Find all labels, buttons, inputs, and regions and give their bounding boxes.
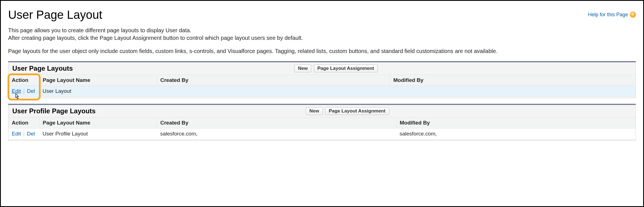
table-row: Edit | Del User Profile Layout salesforc… <box>8 128 636 139</box>
col-page-layout-name: Page Layout Name <box>39 118 157 128</box>
col-action: Action <box>8 118 39 128</box>
cell-created-by: salesforce.com, <box>157 128 396 139</box>
del-link[interactable]: Del <box>27 131 35 137</box>
table-user-profile-page-layouts: Action Page Layout Name Created By Modif… <box>8 117 636 139</box>
page-layout-assignment-button[interactable]: Page Layout Assignment <box>314 65 378 72</box>
edit-link[interactable]: Edit <box>12 88 21 94</box>
table-row: Edit | Del User Layout <box>8 86 636 97</box>
help-link-label: Help for this Page <box>588 12 628 18</box>
help-for-this-page-link[interactable]: Help for this Page ? <box>588 12 636 18</box>
new-button[interactable]: New <box>306 107 323 115</box>
del-link[interactable]: Del <box>27 88 35 94</box>
intro-line1: This page allows you to create different… <box>8 27 191 33</box>
col-created-by: Created By <box>157 75 390 86</box>
col-page-layout-name: Page Layout Name <box>39 75 157 86</box>
page-title: User Page Layout <box>8 8 102 22</box>
cell-page-layout-name: User Layout <box>39 86 157 97</box>
page-layout-assignment-button[interactable]: Page Layout Assignment <box>325 107 389 115</box>
cell-modified-by <box>390 86 636 97</box>
separator: | <box>22 88 25 94</box>
cell-page-layout-name: User Profile Layout <box>39 128 157 139</box>
intro-para2: Page layouts for the user object only in… <box>8 47 636 55</box>
table-user-page-layouts: Action Page Layout Name Created By Modif… <box>8 75 636 97</box>
section-user-profile-page-layouts: User Profile Page Layouts New Page Layou… <box>8 104 636 141</box>
cell-created-by <box>157 86 390 97</box>
col-modified-by: Modified By <box>396 118 636 128</box>
col-modified-by: Modified By <box>390 75 636 86</box>
new-button[interactable]: New <box>294 65 311 72</box>
col-action: Action <box>8 75 39 86</box>
separator: | <box>22 131 25 137</box>
cell-modified-by: salesforce.com, <box>396 128 636 139</box>
intro-text: This page allows you to create different… <box>8 27 636 55</box>
edit-link[interactable]: Edit <box>12 131 21 137</box>
intro-line2: After creating page layouts, click the P… <box>8 35 303 41</box>
help-icon: ? <box>630 12 636 18</box>
section-user-page-layouts: User Page Layouts New Page Layout Assign… <box>8 61 636 98</box>
col-created-by: Created By <box>157 118 396 128</box>
